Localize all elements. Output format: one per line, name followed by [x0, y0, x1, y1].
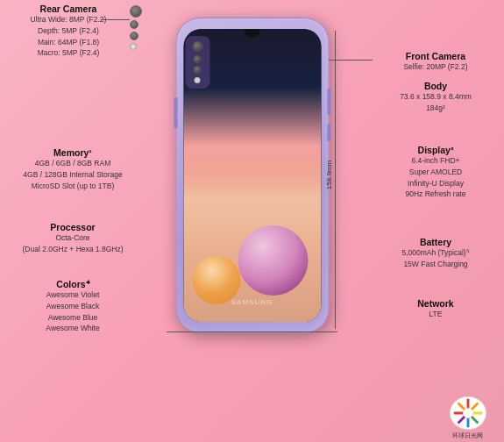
camera-dot-ultra [130, 20, 138, 29]
front-camera-details: Selfie: 20MP (F2.2) [374, 61, 497, 73]
colors-details: Awesome Violet Awesome Black Awesome Blu… [7, 289, 138, 334]
rear-camera-line [101, 19, 130, 20]
colors-title: Colors⁴ [7, 279, 138, 289]
lens-ultra [194, 55, 202, 63]
battery-details: 5,000mAh (Typical)⁵ 15W Fast Charging [374, 247, 497, 270]
memory-title: Memory¹ [7, 147, 138, 158]
camera-dots-indicator [130, 5, 142, 50]
wallpaper-ball-orange [192, 256, 240, 304]
bixby-button[interactable] [327, 124, 330, 141]
body-title: Body [374, 81, 497, 91]
rear-camera-section: Rear Camera Ultra Wide: 8MP (F2.2) Depth… [7, 4, 130, 59]
height-dimension-label: 158.9mm [325, 160, 333, 189]
front-camera-title: Front Camera [374, 51, 497, 61]
watermark-logo [450, 396, 486, 430]
lens-depth [194, 66, 202, 74]
front-camera-line [329, 60, 373, 61]
front-camera-section: Front Camera Selfie: 20MP (F2.2) [374, 51, 497, 73]
body-details: 73.6 x 158.9 x 8.4mm 184g² [374, 91, 497, 114]
phone-body: SAMSUNG [175, 18, 329, 333]
watermark-rays-svg [451, 396, 486, 430]
samsung-logo: SAMSUNG [231, 298, 273, 306]
power-button[interactable] [327, 89, 330, 115]
camera-flash [130, 43, 137, 50]
colors-section: Colors⁴ Awesome Violet Awesome Black Awe… [7, 279, 138, 334]
watermark: 环球日光网 [435, 396, 500, 440]
battery-title: Battery [374, 237, 497, 247]
processor-section: Processor Octa-Core (Dual 2.0GHz + Hexa … [7, 222, 138, 255]
processor-title: Processor [7, 222, 138, 232]
network-section: Network LTE [374, 298, 497, 320]
display-section: Display³ 6.4-inch FHD+ Super AMOLED Infi… [374, 145, 497, 200]
rear-camera-details: Ultra Wide: 8MP (F2.2) Depth: 5MP (F2.4)… [7, 14, 130, 59]
watermark-text: 环球日光网 [452, 431, 483, 440]
display-title: Display³ [374, 145, 497, 155]
memory-details: 4GB / 6GB / 8GB RAM 4GB / 128GB Internal… [7, 158, 138, 191]
rear-camera-module [185, 36, 209, 89]
volume-button[interactable] [174, 97, 177, 128]
lens-flash [195, 77, 201, 83]
rear-camera-title: Rear Camera [7, 4, 130, 14]
network-details: LTE [374, 309, 497, 320]
svg-point-9 [463, 408, 472, 417]
camera-dot-depth [130, 32, 138, 40]
display-details: 6.4-inch FHD+ Super AMOLED Infinity-U Di… [374, 155, 497, 200]
memory-section: Memory¹ 4GB / 6GB / 8GB RAM 4GB / 128GB … [7, 147, 138, 191]
wallpaper-ball-purple [238, 225, 308, 296]
body-section: Body 73.6 x 158.9 x 8.4mm 184g² [374, 81, 497, 114]
height-dimension-line [335, 31, 336, 329]
camera-dot-main [130, 5, 142, 18]
page-container: Rear Camera Ultra Wide: 8MP (F2.2) Depth… [0, 0, 504, 442]
processor-details: Octa-Core (Dual 2.0GHz + Hexa 1.8GHz) [7, 232, 138, 255]
lens-main [192, 41, 202, 52]
battery-section: Battery 5,000mAh (Typical)⁵ 15W Fast Cha… [374, 237, 497, 270]
phone-device: SAMSUNG [175, 18, 329, 333]
network-title: Network [374, 298, 497, 309]
width-dimension-line [167, 332, 337, 332]
